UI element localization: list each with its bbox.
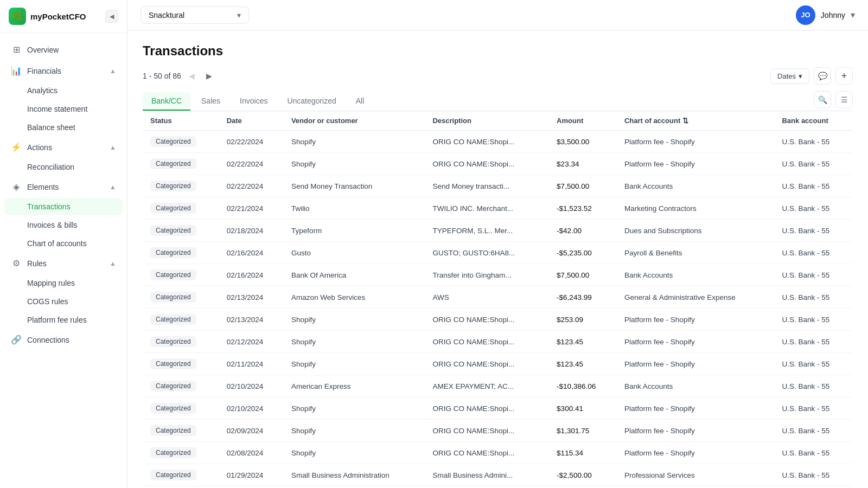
cell-date: 02/08/2024 — [219, 442, 284, 464]
sidebar-item-transactions[interactable]: Transactions — [4, 198, 123, 215]
status-badge: Categorized — [150, 292, 196, 303]
cell-vendor: Shopify — [284, 397, 425, 420]
cell-description: AWS — [425, 286, 549, 309]
sidebar-section-financials-label: Financials — [27, 67, 61, 75]
sidebar-item-platform-fee-rules[interactable]: Platform fee rules — [4, 311, 123, 329]
sidebar-item-overview[interactable]: ⊞ Overview — [4, 40, 123, 60]
status-badge: Categorized — [150, 158, 196, 169]
sidebar-item-invoices-bills[interactable]: Invoices & bills — [4, 216, 123, 234]
table-row[interactable]: Categorized 02/11/2024 Shopify ORIG CO N… — [143, 353, 853, 375]
table-row[interactable]: Categorized 02/08/2024 Shopify ORIG CO N… — [143, 442, 853, 464]
elements-icon: ◈ — [11, 182, 22, 192]
tab-uncategorized[interactable]: Uncategorized — [278, 92, 344, 111]
pagination-next-button[interactable]: ▶ — [203, 69, 216, 82]
sidebar-item-balance-sheet[interactable]: Balance sheet — [4, 119, 123, 136]
user-menu-chevron-icon[interactable]: ▾ — [851, 10, 855, 20]
company-selector[interactable]: Snacktural ▾ — [141, 7, 249, 24]
pagination-display: 1 - 50 of 86 — [143, 72, 181, 80]
cell-vendor: Bank Of America — [284, 264, 425, 286]
sidebar-item-cogs-rules[interactable]: COGS rules — [4, 293, 123, 310]
sidebar-item-analytics[interactable]: Analytics — [4, 82, 123, 99]
tab-bank-cc[interactable]: Bank/CC — [143, 92, 190, 111]
table-row[interactable]: Categorized 02/13/2024 Shopify ORIG CO N… — [143, 309, 853, 331]
cell-bank: U.S. Bank - 55 — [774, 153, 853, 175]
cell-date: 02/09/2024 — [219, 420, 284, 442]
pagination-prev-button[interactable]: ◀ — [186, 69, 199, 82]
table-row[interactable]: Categorized 02/22/2024 Send Money Transa… — [143, 175, 853, 197]
cell-chart: Bank Accounts — [617, 375, 775, 397]
cell-bank: U.S. Bank - 55 — [774, 331, 853, 353]
table-row[interactable]: Categorized 02/18/2024 Typeform TYPEFORM… — [143, 220, 853, 242]
cell-status: Categorized — [143, 131, 219, 153]
filter-button[interactable]: ☰ — [835, 91, 853, 108]
sidebar-section-elements[interactable]: ◈ Elements ▲ — [4, 177, 123, 197]
cell-vendor: Shopify — [284, 131, 425, 153]
sidebar-item-chart-of-accounts[interactable]: Chart of accounts — [4, 235, 123, 252]
chart-sort-icon[interactable]: ⇅ — [682, 117, 688, 125]
cell-chart: Platform fee - Shopify — [617, 397, 775, 420]
cell-amount: -$6,243.99 — [549, 286, 617, 309]
sidebar-item-mapping-rules[interactable]: Mapping rules — [4, 274, 123, 292]
cell-chart: Workers' Compensation — [617, 486, 775, 489]
table-header: Status Date Vendor or customer Descripti… — [143, 111, 853, 131]
cell-chart: Platform fee - Shopify — [617, 442, 775, 464]
sidebar-section-financials[interactable]: 📊 Financials ▲ — [4, 61, 123, 81]
table-row[interactable]: Categorized 02/21/2024 Twilio TWILIO INC… — [143, 197, 853, 220]
cell-description: ORIG CO NAME:Shopi... — [425, 353, 549, 375]
table-row[interactable]: Categorized 02/22/2024 Shopify ORIG CO N… — [143, 153, 853, 175]
cell-vendor: Shopify — [284, 353, 425, 375]
sidebar-section-rules[interactable]: ⚙ Rules ▲ — [4, 253, 123, 273]
cell-chart: Marketing Contractors — [617, 197, 775, 220]
logo: 🌿 myPocketCFO — [9, 8, 86, 25]
sidebar: 🌿 myPocketCFO ◀ ⊞ Overview 📊 Financials … — [0, 0, 127, 488]
cell-chart: General & Administrative Expense — [617, 286, 775, 309]
user-area: JO Johnny ▾ — [796, 5, 855, 25]
cell-chart: Platform fee - Shopify — [617, 131, 775, 153]
cell-bank: U.S. Bank - 55 — [774, 353, 853, 375]
status-badge: Categorized — [150, 403, 196, 414]
table-row[interactable]: Categorized 02/10/2024 American Express … — [143, 375, 853, 397]
cell-date: 02/13/2024 — [219, 286, 284, 309]
tab-sales[interactable]: Sales — [193, 92, 229, 111]
add-button[interactable]: + — [835, 67, 853, 85]
comment-button[interactable]: 💬 — [814, 67, 831, 85]
table-row[interactable]: Categorized 02/09/2024 Shopify ORIG CO N… — [143, 420, 853, 442]
cell-bank: U.S. Bank - 55 — [774, 442, 853, 464]
topbar: Snacktural ▾ JO Johnny ▾ — [127, 0, 868, 30]
cell-bank: U.S. Bank - 55 — [774, 375, 853, 397]
table-row[interactable]: Categorized 01/29/2024 Small Business Ad… — [143, 464, 853, 486]
table-row[interactable]: Categorized 01/28/2024 Labor Industries … — [143, 486, 853, 489]
cell-bank: U.S. Bank - 55 — [774, 197, 853, 220]
cell-bank: U.S. Bank - 55 — [774, 420, 853, 442]
status-badge: Categorized — [150, 225, 196, 236]
cell-description: LABOR&INDUSTRIES; ... — [425, 486, 549, 489]
connections-icon: 🔗 — [11, 335, 22, 345]
table-row[interactable]: Categorized 02/16/2024 Gusto GUSTO; GUST… — [143, 242, 853, 264]
table-row[interactable]: Categorized 02/22/2024 Shopify ORIG CO N… — [143, 131, 853, 153]
tab-all[interactable]: All — [347, 92, 373, 111]
cell-chart: Platform fee - Shopify — [617, 420, 775, 442]
table-row[interactable]: Categorized 02/12/2024 Shopify ORIG CO N… — [143, 331, 853, 353]
actions-chevron-icon: ▲ — [110, 144, 116, 151]
cell-description: ORIG CO NAME:Shopi... — [425, 397, 549, 420]
sidebar-item-income-statement[interactable]: Income statement — [4, 100, 123, 118]
sidebar-collapse-button[interactable]: ◀ — [105, 10, 118, 23]
col-header-chart: Chart of account ⇅ — [617, 111, 775, 131]
sidebar-item-connections[interactable]: 🔗 Connections — [4, 330, 123, 350]
cell-vendor: Small Business Administration — [284, 464, 425, 486]
cell-bank: U.S. Bank - 55 — [774, 309, 853, 331]
cell-date: 02/10/2024 — [219, 397, 284, 420]
sidebar-section-actions[interactable]: ⚡ Actions ▲ — [4, 137, 123, 157]
cell-chart: Platform fee - Shopify — [617, 309, 775, 331]
sidebar-item-reconciliation[interactable]: Reconciliation — [4, 158, 123, 176]
table-row[interactable]: Categorized 02/10/2024 Shopify ORIG CO N… — [143, 397, 853, 420]
cell-chart: Dues and Subscriptions — [617, 220, 775, 242]
table-row[interactable]: Categorized 02/16/2024 Bank Of America T… — [143, 264, 853, 286]
search-button[interactable]: 🔍 — [814, 91, 831, 108]
cell-description: TYPEFORM, S.L.. Mer... — [425, 220, 549, 242]
status-badge: Categorized — [150, 136, 196, 147]
table-row[interactable]: Categorized 02/13/2024 Amazon Web Servic… — [143, 286, 853, 309]
tab-invoices[interactable]: Invoices — [231, 92, 276, 111]
cell-description: Transfer into Gingham... — [425, 264, 549, 286]
dates-button[interactable]: Dates ▾ — [770, 68, 809, 84]
